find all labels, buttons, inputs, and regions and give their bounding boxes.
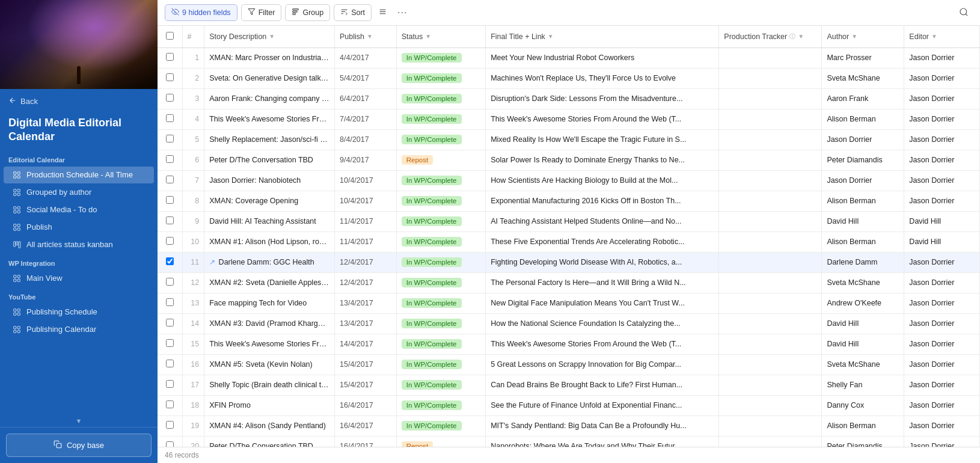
row-checkbox-cell[interactable] bbox=[158, 88, 182, 109]
status-badge: In WP/Complete bbox=[402, 73, 462, 83]
row-publish-date: 10/4/2017 bbox=[335, 170, 397, 191]
publish-header[interactable]: Publish ▼ bbox=[335, 26, 397, 48]
row-checkbox-cell[interactable] bbox=[158, 170, 182, 191]
row-author: Alison Berman bbox=[822, 109, 904, 129]
author-header[interactable]: Author ▼ bbox=[822, 26, 904, 48]
filter-label: Filter bbox=[259, 8, 275, 17]
row-checkbox[interactable] bbox=[166, 135, 174, 143]
expand-row-icon[interactable]: ↗ bbox=[209, 258, 215, 266]
row-checkbox[interactable] bbox=[166, 421, 174, 429]
sidebar-item-kanban[interactable]: All articles status kanban bbox=[4, 236, 154, 253]
row-checkbox-cell[interactable] bbox=[158, 109, 182, 129]
row-status: In WP/Complete bbox=[396, 170, 485, 191]
story-desc-header[interactable]: Story Description ▼ bbox=[204, 26, 335, 48]
row-checkbox-cell[interactable] bbox=[158, 150, 182, 170]
row-prod-tracker bbox=[719, 170, 822, 191]
svg-rect-25 bbox=[14, 313, 16, 315]
editor-header[interactable]: Editor ▼ bbox=[904, 26, 980, 48]
row-checkbox[interactable] bbox=[166, 216, 174, 224]
row-editor: Jason Dorrier bbox=[904, 334, 980, 354]
sidebar-item-publishing-calendar[interactable]: Publishing Calendar bbox=[4, 321, 154, 338]
group-button[interactable]: Group bbox=[285, 4, 330, 21]
row-checkbox[interactable] bbox=[166, 196, 174, 204]
row-status: Repost bbox=[396, 150, 485, 170]
row-height-button[interactable] bbox=[375, 5, 390, 20]
row-checkbox[interactable] bbox=[166, 73, 174, 81]
data-table-wrapper[interactable]: # Story Description ▼ Publish ▼ bbox=[158, 26, 980, 447]
row-num: 13 bbox=[182, 293, 204, 313]
final-title-header[interactable]: Final Title + Link ▼ bbox=[486, 26, 719, 48]
search-button[interactable] bbox=[955, 4, 973, 22]
row-author: Sveta McShane bbox=[822, 272, 904, 293]
grid-icon-2 bbox=[12, 188, 22, 197]
row-checkbox-cell[interactable] bbox=[158, 436, 182, 447]
section-youtube: YouTube bbox=[0, 287, 158, 303]
grid-icon-7 bbox=[12, 325, 22, 334]
row-checkbox[interactable] bbox=[166, 400, 174, 408]
row-checkbox[interactable] bbox=[166, 94, 174, 102]
sort-icon bbox=[340, 8, 348, 17]
row-prod-tracker bbox=[719, 129, 822, 150]
filter-button[interactable]: Filter bbox=[241, 4, 282, 21]
copy-icon bbox=[54, 440, 62, 450]
row-checkbox[interactable] bbox=[166, 360, 174, 367]
row-checkbox-cell[interactable] bbox=[158, 293, 182, 313]
checkbox-header[interactable] bbox=[158, 26, 182, 48]
row-checkbox[interactable] bbox=[166, 155, 174, 163]
sort-button[interactable]: Sort bbox=[334, 4, 372, 21]
row-checkbox[interactable] bbox=[166, 298, 174, 306]
row-checkbox[interactable] bbox=[166, 257, 174, 265]
row-checkbox-cell[interactable] bbox=[158, 48, 182, 68]
copy-base-button[interactable]: Copy base bbox=[6, 434, 152, 457]
row-checkbox-cell[interactable] bbox=[158, 129, 182, 150]
row-checkbox[interactable] bbox=[166, 319, 174, 327]
row-num: 2 bbox=[182, 68, 204, 88]
row-checkbox[interactable] bbox=[166, 278, 174, 286]
sidebar-item-publish[interactable]: Publish bbox=[4, 219, 154, 236]
row-prod-tracker bbox=[719, 48, 822, 68]
status-badge: In WP/Complete bbox=[402, 216, 462, 226]
row-checkbox-cell[interactable] bbox=[158, 252, 182, 272]
svg-rect-2 bbox=[14, 176, 16, 178]
select-all-checkbox[interactable] bbox=[166, 32, 174, 40]
row-editor: Jason Dorrier bbox=[904, 415, 980, 436]
row-checkbox-cell[interactable] bbox=[158, 354, 182, 375]
prod-tracker-header[interactable]: Production Tracker ⓘ ▼ bbox=[719, 26, 822, 48]
sidebar-item-publishing-schedule[interactable]: Publishing Schedule bbox=[4, 304, 154, 320]
svg-rect-6 bbox=[14, 193, 16, 195]
sidebar-item-label: Grouped by author bbox=[26, 188, 91, 197]
sidebar-item-production-schedule[interactable]: Production Schedule - All Time bbox=[4, 167, 154, 183]
sidebar-item-social-media[interactable]: Social Media - To do bbox=[4, 201, 154, 218]
row-checkbox[interactable] bbox=[166, 237, 174, 245]
row-author: Peter Diamandis bbox=[822, 150, 904, 170]
row-checkbox[interactable] bbox=[166, 380, 174, 388]
row-prod-tracker bbox=[719, 232, 822, 252]
row-prod-tracker bbox=[719, 395, 822, 415]
row-checkbox-cell[interactable] bbox=[158, 334, 182, 354]
row-checkbox-cell[interactable] bbox=[158, 191, 182, 211]
row-checkbox-cell[interactable] bbox=[158, 415, 182, 436]
more-options-button[interactable]: ··· bbox=[394, 4, 411, 21]
row-checkbox[interactable] bbox=[166, 114, 174, 122]
row-checkbox[interactable] bbox=[166, 441, 174, 447]
row-checkbox-cell[interactable] bbox=[158, 232, 182, 252]
sidebar-item-main-view[interactable]: Main View bbox=[4, 270, 154, 287]
sidebar-item-grouped-by-author[interactable]: Grouped by author bbox=[4, 184, 154, 201]
row-checkbox-cell[interactable] bbox=[158, 68, 182, 88]
hidden-fields-button[interactable]: 9 hidden fields bbox=[165, 4, 237, 21]
status-header[interactable]: Status ▼ bbox=[396, 26, 485, 48]
row-final-title: Machines Won't Replace Us, They'll Force… bbox=[486, 68, 719, 88]
row-checkbox[interactable] bbox=[166, 176, 174, 183]
row-checkbox-cell[interactable] bbox=[158, 211, 182, 232]
back-label[interactable]: Back bbox=[20, 97, 38, 106]
row-checkbox-cell[interactable] bbox=[158, 395, 182, 415]
row-checkbox[interactable] bbox=[166, 53, 174, 61]
table-row: 10 XMAN #1: Alison (Hod Lipson, robotics… bbox=[158, 232, 980, 252]
row-checkbox-cell[interactable] bbox=[158, 375, 182, 395]
row-checkbox-cell[interactable] bbox=[158, 313, 182, 334]
copy-base-label: Copy base bbox=[67, 441, 104, 450]
row-checkbox[interactable] bbox=[166, 339, 174, 347]
table-row: 2 Sveta: On Generative Design talk at e.… bbox=[158, 68, 980, 88]
row-checkbox-cell[interactable] bbox=[158, 272, 182, 293]
row-status: Repost bbox=[396, 436, 485, 447]
